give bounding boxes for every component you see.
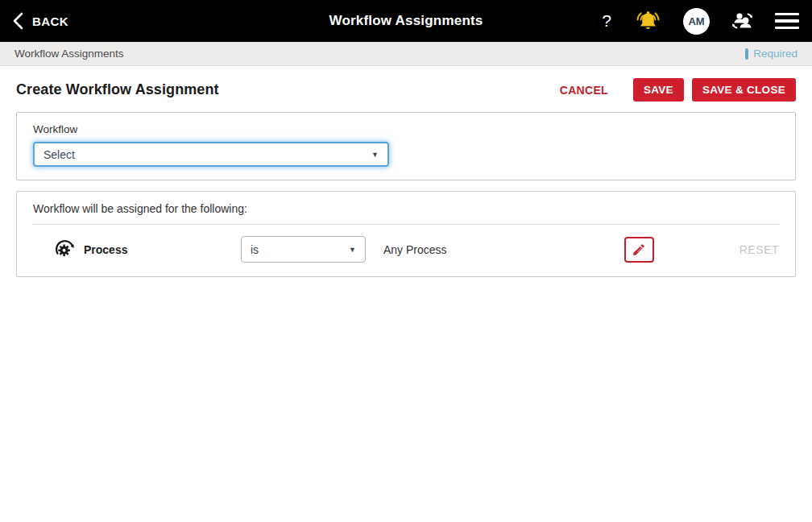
page-heading: Create Workflow Assignment <box>16 81 219 98</box>
back-chevron-icon <box>13 12 23 30</box>
pencil-icon <box>632 242 646 257</box>
edit-button[interactable] <box>624 237 654 263</box>
switch-user-icon[interactable] <box>730 10 755 32</box>
workflow-panel: Workflow Select ▼ <box>16 112 796 180</box>
criteria-row: Process is ▼ Any Process RESET <box>33 225 779 275</box>
back-button[interactable]: BACK <box>13 12 68 30</box>
required-indicator: Required <box>745 48 798 60</box>
chevron-down-icon: ▼ <box>349 246 356 254</box>
page-title: Workflow Assignments <box>329 13 483 29</box>
save-close-button[interactable]: SAVE & CLOSE <box>692 78 796 102</box>
notification-bell-icon[interactable] <box>633 9 663 33</box>
workflow-select[interactable]: Select ▼ <box>33 142 389 167</box>
operator-select-value: is <box>251 243 259 256</box>
workflow-select-value: Select <box>44 148 75 161</box>
criteria-field-label: Process <box>84 243 127 256</box>
avatar[interactable]: AM <box>683 8 710 35</box>
menu-icon[interactable] <box>775 11 799 31</box>
save-button[interactable]: SAVE <box>633 78 684 102</box>
breadcrumb[interactable]: Workflow Assignments <box>14 48 124 60</box>
toolbar-actions: CANCEL SAVE SAVE & CLOSE <box>560 78 796 102</box>
required-label: Required <box>753 48 798 60</box>
criteria-heading: Workflow will be assigned for the follow… <box>33 202 779 224</box>
app-header: BACK Workflow Assignments ? AM <box>0 0 812 42</box>
help-icon[interactable]: ? <box>600 11 613 31</box>
chevron-down-icon: ▼ <box>371 151 379 159</box>
criteria-field: Process <box>33 238 241 260</box>
toolbar: Create Workflow Assignment CANCEL SAVE S… <box>0 66 812 112</box>
criteria-value: Any Process <box>383 243 447 256</box>
workflow-field-label: Workflow <box>33 123 779 135</box>
back-label: BACK <box>32 14 68 28</box>
header-actions: ? AM <box>600 8 799 35</box>
operator-select[interactable]: is ▼ <box>241 236 366 263</box>
breadcrumb-bar: Workflow Assignments Required <box>0 42 812 66</box>
required-marker <box>745 48 748 60</box>
cancel-button[interactable]: CANCEL <box>560 84 608 97</box>
criteria-panel: Workflow will be assigned for the follow… <box>16 191 796 277</box>
process-gear-icon <box>54 238 76 260</box>
reset-button[interactable]: RESET <box>740 243 779 256</box>
